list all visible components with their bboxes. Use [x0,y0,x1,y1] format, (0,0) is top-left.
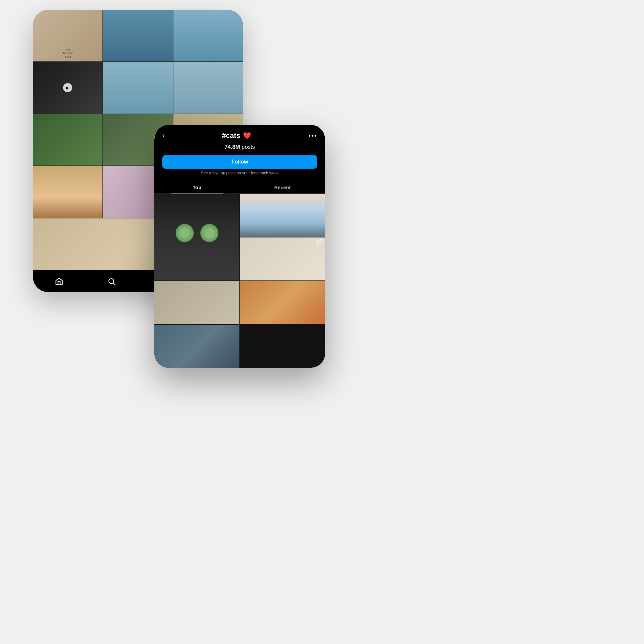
feed-cell-4[interactable] [103,62,173,114]
hashtag-cell-forest-cat[interactable] [154,325,239,368]
hashtag-cell-gray-cat[interactable] [154,194,239,280]
tab-top[interactable]: Top [154,181,240,193]
multi-icon-kittens [317,239,323,247]
hashtag-grid [154,194,325,368]
scene: NOTHANKYOU ▶ [0,0,644,644]
hashtag-cell-room-cats[interactable] [154,281,239,324]
feed-cell-2[interactable] [173,10,243,61]
follow-button[interactable]: Follow [162,155,317,169]
more-options-button[interactable]: ••• [308,132,317,140]
posts-number: 74.8M [225,144,240,150]
feed-cell-0[interactable]: NOTHANKYOU [33,10,102,61]
feed-cell-1[interactable] [103,10,173,61]
svg-rect-8 [318,241,321,244]
tabs-row: Top Recent [154,181,325,194]
play-icon: ▶ [63,83,72,92]
svg-point-2 [109,278,114,283]
home-nav-icon[interactable] [53,275,66,288]
search-nav-icon[interactable] [105,275,118,288]
device-front: ‹ #cats ❤️ ••• 74.8M posts Follow See a … [154,125,325,368]
hashtag-text: #cats [222,131,240,140]
svg-rect-9 [319,240,322,243]
svg-line-3 [113,283,115,285]
hashtag-header: ‹ #cats ❤️ ••• [154,125,325,140]
feed-cell-6[interactable] [33,114,102,166]
hashtag-cell-orange-cat[interactable] [240,281,325,324]
follow-button-wrap: Follow See a few top posts on your feed … [154,150,325,177]
hashtag-cell-mountain-lake[interactable] [240,194,325,237]
feed-cell-3[interactable]: ▶ [33,62,102,114]
hashtag-title: #cats ❤️ [222,131,251,140]
heart-icon[interactable]: ❤️ [243,132,251,140]
posts-count: 74.8M posts [154,144,325,150]
follow-hint: See a few top posts on your feed each we… [162,171,317,175]
posts-label: posts [242,144,255,150]
tab-recent[interactable]: Recent [240,181,325,193]
feed-cell-9[interactable] [33,166,102,218]
feed-cell-5[interactable] [173,62,243,114]
hashtag-cell-white-kittens[interactable] [240,237,325,280]
back-button[interactable]: ‹ [162,131,165,140]
